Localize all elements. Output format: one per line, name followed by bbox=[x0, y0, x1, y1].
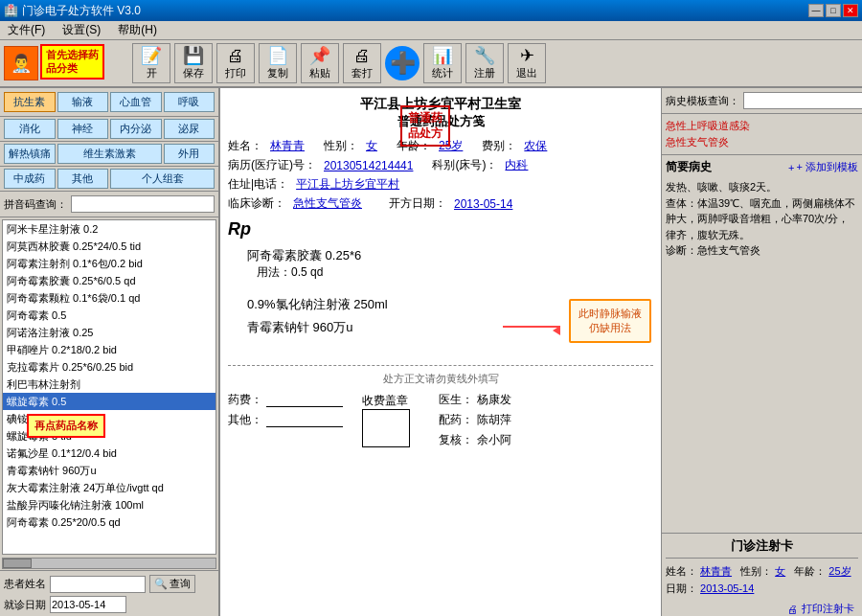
drug-item[interactable]: 灰大霉素注射液 24万单位/ivgtt qd bbox=[3, 479, 216, 496]
patient-fee-value: 农保 bbox=[524, 138, 547, 154]
drug-item[interactable]: 阿奇霉素颗粒 0.1*6袋/0.1 qd bbox=[3, 289, 216, 307]
cat-cardio[interactable]: 心血管 bbox=[110, 92, 162, 112]
inj-date-value: 2013-05-14 bbox=[700, 582, 754, 594]
pharmacy-value: 陈胡萍 bbox=[477, 412, 511, 428]
stats-button[interactable]: 📊 统计 bbox=[423, 43, 462, 83]
cat-digestive[interactable]: 消化 bbox=[4, 119, 56, 139]
patient-name-input[interactable] bbox=[50, 576, 146, 593]
new-label: 开 bbox=[147, 66, 157, 80]
printer-icon: 🖨 bbox=[787, 604, 798, 615]
scrollbar-thumb[interactable] bbox=[3, 559, 32, 568]
drug-item[interactable]: 阿霉素注射剂 0.1*6包/0.2 bid bbox=[3, 255, 216, 272]
drug-item-selected[interactable]: 螺旋霉素 0.5 bbox=[3, 393, 216, 410]
cat-respiratory[interactable]: 呼吸 bbox=[164, 92, 216, 112]
copy-button[interactable]: 📄 复制 bbox=[259, 43, 297, 83]
history-title-row: 简要病史 + + 添加到模板 bbox=[666, 159, 858, 175]
history-title: 简要病史 bbox=[666, 159, 712, 175]
template-search-input[interactable] bbox=[743, 92, 862, 109]
cat-external[interactable]: 外用 bbox=[164, 144, 216, 164]
settings-btn[interactable]: 🔧 注册 bbox=[465, 43, 504, 83]
doctor-label: 医生： bbox=[439, 392, 473, 408]
query-button[interactable]: 🔍 查询 bbox=[149, 575, 195, 593]
copy-label: 复制 bbox=[267, 66, 288, 80]
drug-list[interactable]: 阿米卡星注射液 0.2 阿莫西林胶囊 0.25*24/0.5 tid 阿霉素注射… bbox=[2, 219, 216, 555]
close-button[interactable]: ✕ bbox=[843, 4, 858, 17]
print-button[interactable]: 🖨 打印 bbox=[216, 43, 255, 83]
cat-urinary[interactable]: 泌尿 bbox=[164, 119, 216, 139]
disease-list: 急性上呼吸道感染 急性支气管炎 bbox=[662, 114, 862, 155]
injection-card-title: 门诊注射卡 bbox=[666, 537, 858, 559]
template-search-area: 病史模板查询： bbox=[662, 88, 862, 114]
prescription-area: 平江县上坊乡宜平村卫生室 普通药品处方笺 普通药 品处方 姓名： 林青青 性别：… bbox=[220, 88, 661, 616]
patient-details: 姓名： 林青青 性别： 女 年龄： 25岁 费别： 农保 病历(医疗证)号： 2… bbox=[228, 138, 653, 212]
dept-label: 科别(床号)： bbox=[432, 157, 497, 173]
drug-item[interactable]: 阿奇霉素胶囊 0.25*6/0.5 qd bbox=[3, 272, 216, 289]
drug-item[interactable]: 盐酸异丙嗪化钠注射液 100ml bbox=[3, 496, 216, 513]
diagnosis-label: 临床诊断： bbox=[228, 195, 285, 212]
category-tabs-row2: 消化 神经 内分泌 泌尿 bbox=[0, 117, 218, 142]
search-icon: 🔍 bbox=[154, 578, 168, 590]
patient-dept-value: 内科 bbox=[505, 157, 528, 173]
exit-label: 退出 bbox=[516, 66, 537, 80]
drug-item[interactable]: 阿诺洛注射液 0.25 bbox=[3, 324, 216, 341]
pinyin-search-area: 拼音码查询： bbox=[0, 192, 218, 217]
disease-item-2[interactable]: 急性支气管炎 bbox=[666, 134, 858, 150]
visit-date-input[interactable] bbox=[50, 596, 126, 613]
exit-button[interactable]: ✈ 退出 bbox=[508, 43, 546, 83]
footer-note: 处方正文请勿黄线外填写 bbox=[228, 372, 653, 386]
maximize-button[interactable]: □ bbox=[826, 4, 841, 17]
cat-neuro[interactable]: 神经 bbox=[57, 119, 109, 139]
app-icon: 🏥 bbox=[4, 4, 18, 17]
disease-item-1[interactable]: 急性上呼吸道感染 bbox=[666, 118, 858, 134]
patient-gender-value: 女 bbox=[366, 138, 377, 154]
add-button[interactable]: ➕ bbox=[385, 46, 420, 80]
cat-endocrine[interactable]: 内分泌 bbox=[110, 119, 162, 139]
pharmacy-label: 配药： bbox=[439, 412, 473, 428]
print-injection-button[interactable]: 🖨 打印注射卡 bbox=[666, 602, 858, 616]
inj-name-label: 姓名： bbox=[666, 565, 697, 577]
pinyin-input[interactable] bbox=[71, 195, 215, 213]
cat-infusion[interactable]: 输液 bbox=[57, 92, 109, 112]
drug-item[interactable]: 诺氟沙星 0.1*12/0.4 bid bbox=[3, 445, 216, 462]
select-drug-callout: 首先选择药 品分类 bbox=[40, 44, 104, 80]
add-template-button[interactable]: + + 添加到模板 bbox=[788, 160, 858, 174]
drug-item[interactable]: 阿莫西林胶囊 0.25*24/0.5 tid bbox=[3, 238, 216, 255]
fee-label: 费别： bbox=[482, 138, 516, 154]
category-tabs-row4: 中成药 其他 个人组套 bbox=[0, 167, 218, 192]
cat-personal-set[interactable]: 个人组套 bbox=[110, 169, 215, 189]
prescription-type-badge: 普通药 品处方 bbox=[400, 105, 450, 147]
save-button[interactable]: 💾 保存 bbox=[174, 43, 213, 83]
drug-item[interactable]: 阿奇霉素 0.25*20/0.5 qd bbox=[3, 513, 216, 531]
cat-other[interactable]: 其他 bbox=[57, 169, 109, 189]
cat-vitamins[interactable]: 维生素激素 bbox=[57, 144, 162, 164]
prescription-footer: 处方正文请勿黄线外填写 药费： 其他： 收费盖章 bbox=[228, 365, 653, 448]
drug-usage-1: 用法：0.5 qd bbox=[257, 264, 653, 281]
title-bar: 🏥 门诊电子处方软件 V3.0 — □ ✕ bbox=[0, 0, 862, 21]
exit-icon: ✈ bbox=[520, 47, 534, 64]
template-print-button[interactable]: 🖨 套打 bbox=[343, 43, 381, 83]
cat-tcm[interactable]: 中成药 bbox=[4, 169, 56, 189]
drug-item[interactable]: 阿米卡星注射液 0.2 bbox=[3, 220, 216, 238]
drug-item[interactable]: 阿奇霉素 0.5 bbox=[3, 307, 216, 324]
drug-item[interactable]: 青霉素钠针 960万u bbox=[3, 462, 216, 479]
cat-antibiotics[interactable]: 抗生素 bbox=[4, 92, 56, 112]
menu-help[interactable]: 帮助(H) bbox=[114, 22, 161, 38]
drug-item[interactable]: 利巴韦林注射剂 bbox=[3, 376, 216, 393]
pinyin-label: 拼音码查询： bbox=[4, 197, 67, 212]
inj-gender-value: 女 bbox=[775, 565, 785, 577]
add-icon: ➕ bbox=[390, 51, 416, 76]
paste-button[interactable]: 📌 粘贴 bbox=[301, 43, 339, 83]
receipt-stamp-label: 收费盖章 bbox=[362, 393, 410, 409]
menu-file[interactable]: 文件(F) bbox=[4, 22, 49, 38]
drug-list-scrollbar[interactable] bbox=[2, 558, 216, 569]
menu-settings[interactable]: 设置(S) bbox=[58, 22, 104, 38]
drug-item[interactable]: 甲硝唑片 0.2*18/0.2 bid bbox=[3, 341, 216, 358]
print-label: 打印 bbox=[225, 66, 246, 80]
stats-icon: 📊 bbox=[432, 47, 453, 64]
minimize-button[interactable]: — bbox=[808, 4, 824, 17]
fee-label: 药费： bbox=[228, 392, 262, 408]
drug-item[interactable]: 克拉霉素片 0.25*6/0.25 bid bbox=[3, 358, 216, 376]
new-prescription-button[interactable]: 📝 开 bbox=[132, 43, 170, 83]
app-title: 门诊电子处方软件 V3.0 bbox=[22, 3, 141, 19]
cat-analgesic[interactable]: 解热镇痛 bbox=[4, 144, 56, 164]
